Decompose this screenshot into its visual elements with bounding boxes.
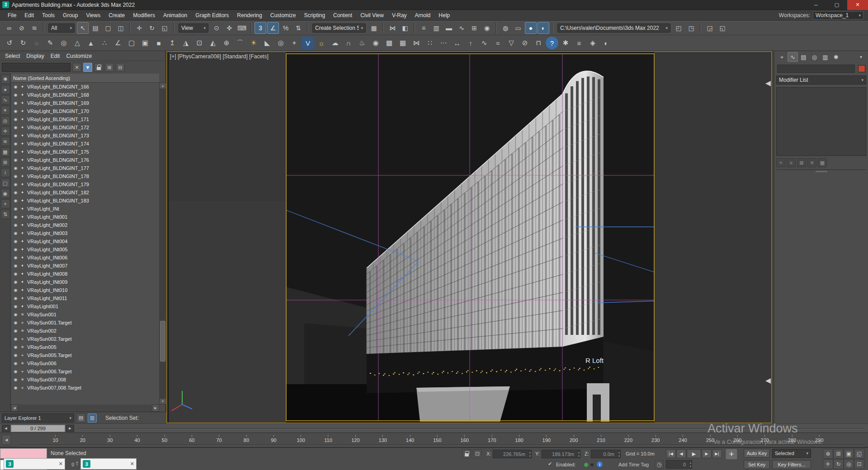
visibility-eye-icon[interactable]: ◉ — [12, 125, 19, 130]
menu-rendering[interactable]: Rendering — [233, 10, 266, 21]
timeline-tick-170[interactable]: 170 — [488, 435, 496, 443]
face-constraint[interactable]: ▲ — [85, 37, 97, 49]
next-frame-arrow[interactable]: ▶ — [66, 425, 74, 432]
percent-snap-toggle[interactable]: % — [280, 22, 292, 34]
auto-key-toggle[interactable]: Auto Key — [744, 449, 770, 458]
toolbar-extra-button-3[interactable]: ◲ — [704, 22, 716, 34]
list-item[interactable]: ◉⌖VRaySun005.Target — [11, 351, 159, 359]
list-item[interactable]: ◉✦VRayLight_BLDNGINT_171 — [11, 115, 159, 123]
visibility-eye-icon[interactable]: ◉ — [12, 377, 19, 382]
list-item[interactable]: ◉✦VRayLight_INt002 — [11, 221, 159, 229]
toolbar-extra-button-4[interactable]: ◱ — [717, 22, 728, 34]
checker-map[interactable]: ▩ — [383, 37, 396, 49]
scroll-right-arrow[interactable]: ▶ — [152, 404, 159, 412]
pan-button[interactable]: ✛ — [823, 459, 833, 469]
polygon-mode[interactable]: ▣ — [139, 37, 151, 49]
timeline-tick-270[interactable]: 270 — [760, 435, 769, 443]
scroll-left-arrow[interactable]: ◀ — [11, 404, 18, 412]
vray-sky[interactable]: ☁ — [329, 37, 341, 49]
list-item[interactable]: ◉✦VRayLight_INt011 — [11, 294, 159, 302]
list-item[interactable]: ◉✦VRayLight_BLDNGINT_172 — [11, 123, 159, 132]
explorer-menu-customize[interactable]: Customize — [63, 51, 95, 61]
timeline-tick-80[interactable]: 80 — [244, 435, 249, 443]
timeline-tick-210[interactable]: 210 — [597, 435, 605, 443]
show-end-result-button[interactable]: ≡ — [787, 158, 796, 167]
list-item[interactable]: ◉✦VRayLight_INt009 — [11, 278, 159, 286]
timeline-tick-190[interactable]: 190 — [542, 435, 551, 443]
list-item[interactable]: ◉✦VRayLight_BLDNGINT_177 — [11, 164, 159, 172]
timeline-tick-110[interactable]: 110 — [324, 435, 332, 443]
use-pivot-point-center[interactable]: ⊙ — [211, 22, 222, 34]
visibility-eye-icon[interactable]: ◉ — [12, 101, 19, 105]
list-item[interactable]: ◉✦VRayLight_BLDNGINT_166 — [11, 83, 159, 91]
toolbar-extra-button-1[interactable]: ◰ — [673, 22, 684, 34]
keyboard-shortcut-override[interactable]: ⌨ — [236, 22, 248, 34]
timeline-tick-50[interactable]: 50 — [162, 435, 167, 443]
visibility-eye-icon[interactable]: ◉ — [12, 329, 19, 333]
menu-v-ray[interactable]: V-Ray — [388, 10, 411, 21]
spinner-icon[interactable]: ▴▾ — [578, 451, 580, 458]
viewport-label[interactable]: [+] [PhysCamera008] [Standard] [Facets] — [170, 53, 269, 60]
close-button[interactable]: ✕ — [847, 0, 868, 10]
menu-animation[interactable]: Animation — [159, 10, 191, 21]
timeline-tick-60[interactable]: 60 — [189, 435, 194, 443]
vray-menu[interactable]: V — [302, 37, 314, 49]
spinner-icon[interactable]: ▴▾ — [618, 451, 620, 458]
spacing-tool[interactable]: ⋯ — [437, 37, 450, 49]
visibility-eye-icon[interactable]: ◉ — [12, 296, 19, 301]
named-selection-sets[interactable]: Create Selection Se▾ — [312, 24, 366, 33]
list-item[interactable]: ◉✦VRayLight_INt008 — [11, 270, 159, 278]
settings-tool[interactable]: ✱ — [559, 37, 572, 49]
time-configuration-button[interactable]: ◷ — [655, 460, 664, 469]
list-item[interactable]: ◉✦VRayLight_INt007 — [11, 262, 159, 270]
remove-modifier-button[interactable]: ✕ — [807, 158, 816, 167]
filter-bones[interactable]: ≀ — [1, 168, 10, 177]
name-column-header[interactable]: Name (Sorted Ascending) — [11, 74, 159, 83]
render-production[interactable]: ● — [525, 22, 537, 34]
x-coordinate-field[interactable]: 226.765m ▴▾ — [493, 450, 532, 458]
hierarchy-tab[interactable]: ▤ — [798, 52, 809, 62]
measure-tool[interactable]: ↔ — [451, 37, 463, 49]
visibility-eye-icon[interactable]: ◉ — [12, 304, 19, 309]
timeline-tick-30[interactable]: 30 — [107, 435, 113, 443]
timeline-tick-40[interactable]: 40 — [134, 435, 140, 443]
object-color-swatch[interactable] — [858, 65, 865, 72]
menu-file[interactable]: File — [4, 10, 20, 21]
time-slider-track[interactable] — [77, 428, 864, 429]
select-object[interactable]: ↖ — [77, 22, 89, 34]
explorer-menu-select[interactable]: Select — [2, 51, 23, 61]
filter-cameras[interactable]: ◎ — [1, 116, 10, 125]
visibility-eye-icon[interactable]: ◉ — [12, 312, 19, 317]
edge-mode[interactable]: ∠ — [112, 37, 124, 49]
scroll-down-arrow[interactable]: ▾ — [159, 398, 166, 404]
menu-scripting[interactable]: Scripting — [300, 10, 329, 21]
explorer-preset-dropdown[interactable]: Layer Explorer 1 ▾ — [2, 414, 74, 423]
filter-helpers[interactable]: ✛ — [1, 127, 10, 136]
visibility-eye-icon[interactable]: ◉ — [12, 190, 19, 195]
edge-constraint[interactable]: △ — [71, 37, 84, 49]
list-item[interactable]: ◉☀VRaySun002 — [11, 327, 159, 335]
visibility-eye-icon[interactable]: ◉ — [12, 166, 19, 170]
filter-containers[interactable]: ▢ — [1, 179, 10, 188]
bind-to-space-warp[interactable]: ≋ — [28, 22, 40, 34]
y-coordinate-field[interactable]: 189.173m ▴▾ — [542, 450, 580, 458]
visibility-eye-icon[interactable]: ◉ — [12, 385, 19, 390]
previous-frame-arrow[interactable]: ◀ — [2, 425, 10, 432]
select-and-rotate[interactable]: ↻ — [146, 22, 158, 34]
close-icon[interactable]: ✕ — [59, 461, 63, 467]
create-light[interactable]: ☀ — [247, 37, 260, 49]
bridge-tool[interactable]: ⌒ — [234, 37, 246, 49]
list-item[interactable]: ◉⌖VRaySun006.Target — [11, 367, 159, 376]
display-tab[interactable]: ▥ — [820, 52, 830, 62]
uvw-map[interactable]: ▦ — [396, 37, 409, 49]
filter-lights[interactable]: ☀ — [1, 106, 10, 115]
bevel-tool[interactable]: ◮ — [179, 37, 192, 49]
list-item[interactable]: ◉⌖VRaySun007,008.Target — [11, 384, 159, 392]
explorer-list-view-button[interactable]: ▤ — [76, 414, 85, 423]
visibility-eye-icon[interactable]: ◉ — [12, 247, 19, 252]
filter-funnel-icon[interactable]: ▼ — [83, 63, 92, 72]
slice-tool[interactable]: ⊘ — [519, 37, 531, 49]
maxscript-mini-listener-macro[interactable] — [0, 448, 47, 459]
element-mode[interactable]: ■ — [152, 37, 165, 49]
menu-tools[interactable]: Tools — [38, 10, 59, 21]
